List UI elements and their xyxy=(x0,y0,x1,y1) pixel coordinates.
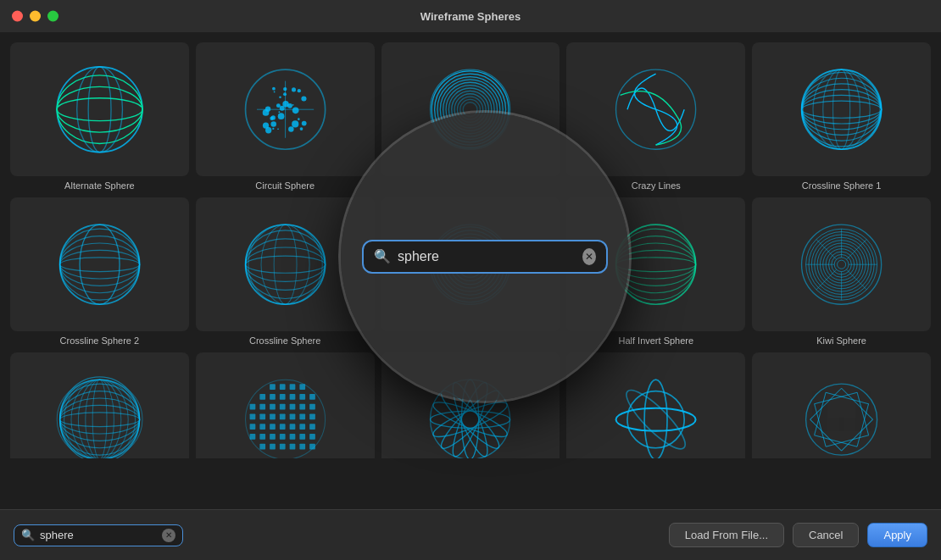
item-label: Crossline Sphere xyxy=(249,335,320,346)
content-area: Alternate Sphere Circuit Sphere Crazy Li… xyxy=(0,32,941,509)
svg-point-74 xyxy=(245,239,325,290)
grid-item[interactable]: SCFI Sphere xyxy=(196,352,375,458)
magnifier-search-input[interactable] xyxy=(398,249,576,264)
svg-rect-149 xyxy=(259,414,265,420)
grid-item[interactable]: Crossline Sphere 2 xyxy=(10,197,189,346)
svg-point-5 xyxy=(77,67,123,152)
svg-point-21 xyxy=(273,91,275,92)
item-thumbnail xyxy=(752,352,931,458)
svg-rect-162 xyxy=(249,434,255,440)
svg-rect-167 xyxy=(299,434,305,440)
svg-rect-172 xyxy=(289,444,295,450)
svg-rect-160 xyxy=(299,424,305,430)
svg-rect-159 xyxy=(289,424,295,430)
item-thumbnail xyxy=(10,352,189,458)
svg-point-2 xyxy=(57,86,142,132)
svg-point-15 xyxy=(301,121,306,126)
item-label: Half Invert Sphere xyxy=(618,335,693,346)
svg-rect-164 xyxy=(270,434,276,440)
grid-item[interactable]: Sphere Spinner 01 xyxy=(566,352,745,458)
svg-point-69 xyxy=(59,229,139,300)
svg-point-24 xyxy=(272,128,274,130)
svg-rect-142 xyxy=(259,404,265,410)
svg-point-57 xyxy=(802,84,882,135)
action-buttons: Load From File... Cancel Apply xyxy=(669,523,927,547)
clear-button[interactable]: ✕ xyxy=(162,529,175,542)
svg-point-64 xyxy=(59,225,139,304)
item-thumbnail xyxy=(752,197,931,331)
traffic-lights xyxy=(12,11,58,22)
svg-rect-150 xyxy=(270,414,276,420)
svg-rect-174 xyxy=(309,444,315,450)
svg-point-97 xyxy=(838,260,846,269)
svg-point-30 xyxy=(277,113,284,119)
svg-point-22 xyxy=(270,121,276,127)
svg-point-71 xyxy=(245,225,325,304)
svg-rect-168 xyxy=(309,434,315,440)
svg-rect-170 xyxy=(270,444,276,450)
svg-point-65 xyxy=(59,258,139,272)
minimize-button[interactable] xyxy=(30,11,41,22)
item-label: Crazy Lines xyxy=(632,180,681,191)
svg-rect-148 xyxy=(249,414,255,420)
item-label: Kiwi Sphere xyxy=(816,335,866,346)
svg-rect-154 xyxy=(309,414,315,420)
svg-rect-143 xyxy=(270,404,276,410)
svg-rect-158 xyxy=(279,424,285,430)
svg-rect-139 xyxy=(299,394,305,400)
svg-point-72 xyxy=(245,256,325,273)
svg-rect-145 xyxy=(289,404,295,410)
maximize-button[interactable] xyxy=(47,11,58,22)
svg-point-17 xyxy=(292,87,296,91)
grid-item[interactable]: Crossline Sphere 1 xyxy=(752,42,931,191)
svg-point-70 xyxy=(80,225,120,304)
svg-point-78 xyxy=(248,225,322,304)
magnifier-search-icon: 🔍 xyxy=(374,248,391,264)
item-thumbnail xyxy=(10,197,189,331)
svg-point-58 xyxy=(802,78,882,141)
close-button[interactable] xyxy=(12,11,23,22)
svg-rect-141 xyxy=(249,404,255,410)
magnifier-search-wrapper: 🔍 ✕ xyxy=(362,240,608,274)
svg-point-31 xyxy=(265,106,270,111)
grid-item[interactable]: Kiwi Sphere xyxy=(752,197,931,346)
item-label: Crossline Sphere 2 xyxy=(60,335,140,346)
svg-point-28 xyxy=(287,103,292,108)
grid-item[interactable]: Alternate Sphere xyxy=(10,42,189,191)
svg-point-35 xyxy=(288,126,293,131)
svg-point-67 xyxy=(59,243,139,286)
svg-rect-137 xyxy=(279,394,285,400)
cancel-button[interactable]: Cancel xyxy=(793,523,859,547)
grid-item[interactable]: Circuit Sphere xyxy=(196,42,375,191)
svg-rect-169 xyxy=(259,444,265,450)
grid-item[interactable]: Sphere Spinner 02 xyxy=(752,352,931,458)
svg-point-0 xyxy=(57,67,142,152)
svg-point-12 xyxy=(299,127,303,130)
item-label: Alternate Sphere xyxy=(64,180,135,191)
svg-rect-157 xyxy=(270,424,276,430)
svg-point-73 xyxy=(245,247,325,281)
svg-point-25 xyxy=(263,122,269,128)
svg-rect-135 xyxy=(259,394,265,400)
search-input[interactable] xyxy=(40,529,157,541)
grid-item[interactable]: Real Wireframe Sphere xyxy=(10,352,189,458)
svg-rect-146 xyxy=(299,404,305,410)
svg-point-23 xyxy=(292,104,293,106)
svg-point-36 xyxy=(270,116,273,119)
svg-point-8 xyxy=(278,111,280,113)
svg-rect-165 xyxy=(279,434,285,440)
item-label: Crossline Sphere 1 xyxy=(802,180,882,191)
svg-point-4 xyxy=(88,67,111,152)
magnifier-overlay: 🔍 ✕ xyxy=(341,113,629,401)
svg-rect-151 xyxy=(279,414,285,420)
svg-rect-131 xyxy=(270,384,276,390)
svg-point-183 xyxy=(431,396,511,443)
svg-rect-132 xyxy=(279,384,285,390)
svg-point-62 xyxy=(813,69,870,149)
magnifier-clear-button[interactable]: ✕ xyxy=(582,248,596,265)
svg-rect-147 xyxy=(309,404,315,410)
svg-point-121 xyxy=(59,391,139,448)
svg-point-34 xyxy=(298,118,300,120)
apply-button[interactable]: Apply xyxy=(867,523,927,547)
load-from-file-button[interactable]: Load From File... xyxy=(669,523,784,547)
